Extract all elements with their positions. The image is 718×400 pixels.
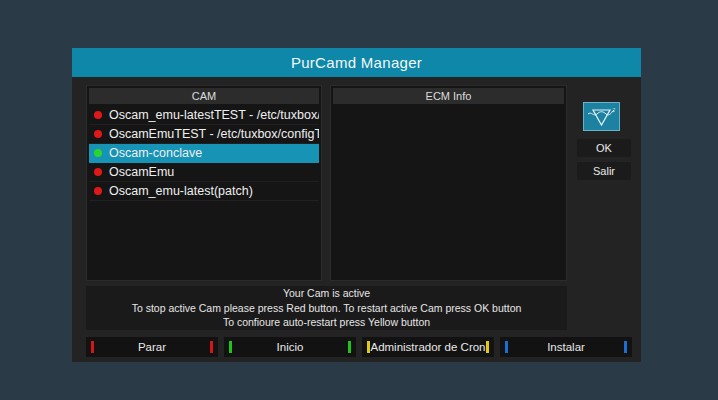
cam-list-item[interactable]: OscamEmu [89, 163, 319, 182]
green-bar-icon [229, 341, 232, 353]
yellow-bar-icon [486, 341, 489, 353]
blue-bar-icon [505, 341, 508, 353]
cam-list-item[interactable]: OscamEmuTEST - /etc/tuxbox/configT [89, 125, 319, 144]
status-dot-icon [94, 187, 102, 195]
cam-panel: CAM Oscam_emu-latestTEST - /etc/tuxbox/c… [86, 85, 322, 281]
purcamd-manager-window: PurCamd Manager CAM Oscam_emu-latestTEST… [72, 48, 641, 362]
green-button-inicio[interactable]: Inicio [224, 337, 356, 357]
pure2-logo-icon: 2 [583, 102, 620, 131]
green-bar-icon [348, 341, 351, 353]
status-dot-icon [94, 168, 102, 176]
pure2-triangle-logo: 2 [585, 104, 618, 129]
ok-button[interactable]: OK [577, 139, 631, 157]
cam-list[interactable]: Oscam_emu-latestTEST - /etc/tuxbox/c Osc… [89, 106, 319, 278]
cam-list-item-label: Oscam_emu-latestTEST - /etc/tuxbox/c [109, 108, 319, 122]
color-button-bar: Parar Inicio Administrador de Cron Insta… [86, 337, 632, 357]
cam-list-item[interactable]: Oscam_emu-latest(patch) [89, 182, 319, 201]
status-dot-icon [94, 149, 102, 157]
blue-bar-icon [624, 341, 627, 353]
status-dot-icon [94, 111, 102, 119]
yellow-button-cron[interactable]: Administrador de Cron [362, 337, 494, 357]
window-title: PurCamd Manager [72, 48, 641, 77]
exit-button[interactable]: Salir [577, 162, 631, 180]
green-button-label: Inicio [277, 341, 304, 353]
yellow-bar-icon [367, 341, 370, 353]
svg-text:2: 2 [612, 107, 615, 113]
yellow-button-label: Administrador de Cron [370, 341, 485, 353]
cam-list-item-selected[interactable]: Oscam-conclave [89, 144, 319, 163]
cam-panel-header: CAM [89, 88, 319, 104]
status-message-panel: Your Cam is active To stop active Cam pl… [86, 286, 567, 330]
cam-list-item[interactable]: Oscam_emu-latestTEST - /etc/tuxbox/c [89, 106, 319, 125]
cam-list-item-label: OscamEmuTEST - /etc/tuxbox/configT [109, 127, 319, 141]
cam-list-item-label: Oscam-conclave [109, 146, 202, 160]
red-bar-icon [91, 341, 94, 353]
cam-list-item-label: OscamEmu [109, 165, 174, 179]
ecm-panel-header: ECM Info [333, 88, 564, 104]
status-message-line: Your Cam is active [283, 286, 370, 301]
status-message-line: To stop active Cam please press Red butt… [132, 301, 522, 316]
red-bar-icon [210, 341, 213, 353]
status-message-line: To confioure auto-restart press Yellow b… [223, 315, 430, 330]
blue-button-label: Instalar [547, 341, 585, 353]
blue-button-instalar[interactable]: Instalar [500, 337, 632, 357]
ecm-info-panel: ECM Info [330, 85, 567, 281]
cam-list-item-label: Oscam_emu-latest(patch) [109, 184, 253, 198]
status-dot-icon [94, 130, 102, 138]
red-button-parar[interactable]: Parar [86, 337, 218, 357]
red-button-label: Parar [138, 341, 166, 353]
